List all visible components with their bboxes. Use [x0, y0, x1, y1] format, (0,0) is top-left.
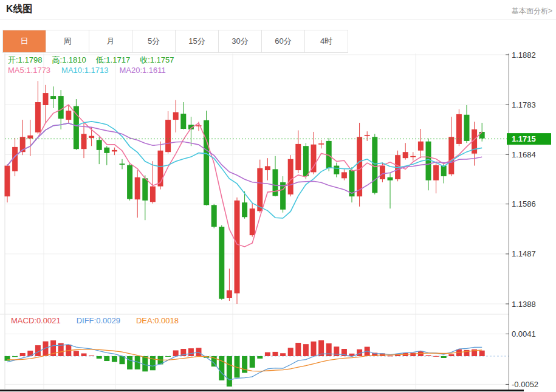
current-price-label: 1.1715	[512, 134, 536, 143]
axis-tick-label: 1.1882	[512, 52, 536, 60]
interval-tab-7[interactable]: 4时	[305, 30, 348, 52]
legend-item: 收:1.1757	[140, 55, 174, 66]
interval-tab-0[interactable]: 日	[3, 30, 46, 52]
interval-tab-2[interactable]: 月	[89, 30, 132, 52]
macd-panel	[5, 340, 485, 387]
y-axis: 1.18821.17831.16841.15861.14871.13880.00…	[506, 52, 551, 390]
axis-tick-label: -0.0052	[512, 380, 538, 389]
header-divider	[0, 19, 556, 19]
interval-tab-3[interactable]: 5分	[132, 30, 176, 52]
axis-tick-label: 0.0041	[512, 329, 536, 339]
x-axis-baseline	[0, 390, 524, 391]
interval-tab-5[interactable]: 30分	[219, 30, 262, 52]
axis-tick-label: 1.1783	[512, 100, 536, 109]
legend-item: MA5:1.1773	[8, 66, 50, 75]
legend-item: MACD:0.0021	[11, 316, 61, 325]
legend-item: 低:1.1717	[96, 55, 130, 66]
interval-tab-4[interactable]: 15分	[176, 30, 219, 52]
page-title: K线图	[6, 3, 33, 16]
interval-tab-1[interactable]: 周	[46, 30, 89, 52]
macd-legend: MACD:0.0021DIFF:0.0029DEA:0.0018	[11, 316, 179, 325]
kline-page: K线图 基本面分析> 日周月5分15分30分60分4时 开:1.1798高:1.…	[0, 0, 556, 392]
ma-legend: MA5:1.1773MA10:1.1713MA20:1.1611	[8, 66, 166, 75]
legend-item: MA10:1.1713	[61, 66, 108, 75]
legend-item: DEA:0.0018	[136, 316, 179, 325]
legend-item: 开:1.1798	[8, 55, 42, 66]
axis-tick-label: 1.1684	[512, 150, 536, 159]
ohlc-legend: 开:1.1798高:1.1810低:1.1717收:1.1757	[8, 55, 174, 66]
legend-item: 高:1.1810	[52, 55, 86, 66]
interval-tabbar: 日周月5分15分30分60分4时	[2, 30, 348, 53]
axis-tick-label: 1.1586	[512, 199, 536, 208]
legend-item: DIFF:0.0029	[77, 316, 120, 325]
axis-tick-label: 1.1388	[512, 300, 536, 309]
kline-chart-canvas[interactable]: 1.18821.17831.16841.15861.14871.13880.00…	[0, 52, 556, 392]
axis-tick-label: 1.1487	[512, 249, 536, 258]
interval-tab-6[interactable]: 60分	[262, 30, 305, 52]
legend-item: MA20:1.1611	[119, 66, 165, 75]
fundamental-analysis-link[interactable]: 基本面分析>	[512, 6, 552, 16]
